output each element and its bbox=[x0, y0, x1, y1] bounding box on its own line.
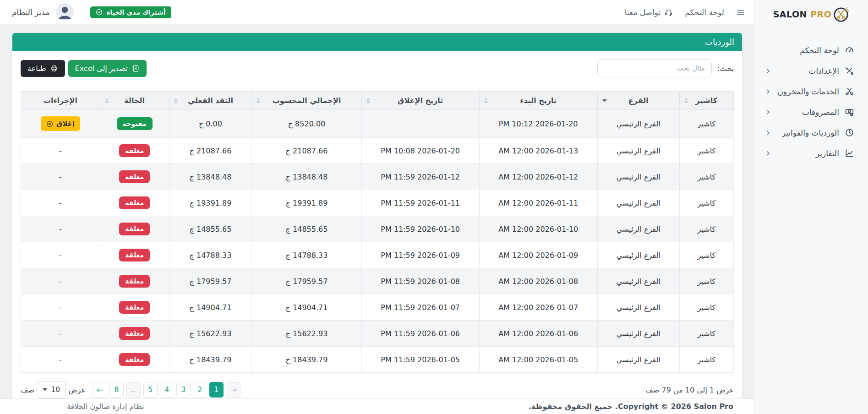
cell-close_date: 2026-01-11 11:59 PM bbox=[361, 190, 479, 216]
column-header-close_date[interactable]: تاريخ الإغلاق bbox=[361, 92, 479, 110]
status-badge: مغلقة bbox=[119, 223, 150, 235]
column-header-label: تاريخ البدء bbox=[520, 96, 557, 105]
table-controls: بحث: تصدير إلى Excel bbox=[21, 59, 734, 77]
status-badge: مغلقة bbox=[119, 301, 150, 314]
page-content: الورديات بحث: bbox=[0, 25, 754, 398]
cell-status: مغلقة bbox=[100, 268, 169, 294]
page-button-4[interactable]: 4 bbox=[160, 382, 174, 398]
close-shift-button[interactable]: إغلاق bbox=[41, 116, 80, 131]
nav-link-dashboard[interactable]: لوحة التحكم bbox=[685, 8, 724, 17]
cell-status: مغلقة bbox=[100, 294, 169, 321]
column-header-cashier[interactable]: كاشير bbox=[679, 92, 733, 110]
sort-icon bbox=[257, 98, 260, 104]
cell-actions: - bbox=[21, 321, 100, 347]
column-header-status[interactable]: الحالة bbox=[100, 92, 169, 110]
cell-branch: الفرع الرئيسي bbox=[597, 294, 679, 321]
hamburger-menu-icon[interactable] bbox=[736, 8, 745, 17]
cell-computed_total: 15622.93 ج bbox=[252, 321, 362, 347]
sidebar-item-services-inventory[interactable]: الخدمات والمخزون bbox=[765, 82, 854, 100]
cell-status: مغلقة bbox=[100, 190, 169, 216]
status-badge: مغلقة bbox=[119, 144, 150, 157]
table-row: كاشيرالفرع الرئيسي2026-01-07 12:00 AM202… bbox=[21, 294, 734, 321]
sidebar-item-label: التقارير bbox=[816, 149, 839, 158]
page-button-3[interactable]: 3 bbox=[176, 382, 191, 398]
sidebar-item-shifts-invoices[interactable]: الورديات والفواتير bbox=[765, 124, 854, 142]
cell-computed_total: 13848.48 ج bbox=[252, 164, 362, 190]
page-button-5[interactable]: 5 bbox=[143, 382, 158, 398]
cell-start_date: 2026-01-12 12:00 AM bbox=[479, 164, 597, 190]
cell-actual_cash: 15622.93 ج bbox=[169, 321, 251, 347]
page-button-2[interactable]: 2 bbox=[193, 382, 207, 398]
next-page-button[interactable]: ← bbox=[93, 382, 107, 398]
print-button[interactable]: طباعة bbox=[21, 60, 65, 77]
column-header-label: الفرع bbox=[628, 96, 649, 105]
cell-close_date: 2026-01-06 11:59 PM bbox=[361, 321, 479, 347]
cell-close_date: 2026-01-20 10:08 PM bbox=[361, 138, 479, 164]
cell-cashier: كاشير bbox=[679, 164, 733, 190]
cell-actions: - bbox=[21, 347, 100, 373]
cell-start_date: 2026-01-07 12:00 AM bbox=[479, 294, 597, 321]
shifts-table-body: كاشيرالفرع الرئيسي2026-01-20 10:12 PM852… bbox=[21, 110, 734, 373]
cell-close_date: 2026-01-10 11:59 PM bbox=[361, 216, 479, 242]
cell-cashier: كاشير bbox=[679, 190, 733, 216]
status-badge: مغلقة bbox=[119, 249, 150, 261]
cell-cashier: كاشير bbox=[679, 347, 733, 373]
cell-start_date: 2026-01-13 12:00 AM bbox=[479, 138, 597, 164]
sidebar-item-dashboard[interactable]: لوحة التحكم bbox=[765, 41, 854, 59]
sidebar-item-label: المصروفات bbox=[802, 108, 839, 117]
page-button-8[interactable]: 8 bbox=[109, 382, 124, 398]
app-layout: SALON PRO لوحة التحكم الإعدادات bbox=[0, 0, 868, 414]
column-header-computed_total[interactable]: الإجمالي المحسوب bbox=[252, 92, 362, 110]
caret-down-icon bbox=[43, 388, 47, 391]
close-circle-icon bbox=[46, 120, 53, 127]
cell-start_date: 2026-01-09 12:00 AM bbox=[479, 242, 597, 268]
sort-icon bbox=[484, 98, 488, 104]
page-button-1[interactable]: 1 bbox=[209, 382, 224, 398]
column-header-actual_cash[interactable]: النقد الفعلي bbox=[169, 92, 251, 110]
cell-computed_total: 21087.66 ج bbox=[252, 138, 362, 164]
sidebar-item-settings[interactable]: الإعدادات bbox=[765, 62, 854, 80]
brand-name-pro: PRO bbox=[810, 9, 831, 19]
scissors-icon bbox=[845, 87, 854, 96]
cell-actions: - bbox=[21, 190, 100, 216]
cell-status: مغلقة bbox=[100, 164, 169, 190]
brand-name-salon: SALON bbox=[773, 9, 807, 19]
column-header-start_date[interactable]: تاريخ البدء bbox=[479, 92, 597, 110]
gauge-icon bbox=[845, 45, 854, 55]
brand-logo[interactable]: SALON PRO bbox=[755, 0, 868, 26]
column-header-branch[interactable]: الفرع bbox=[597, 92, 679, 110]
column-header-label: كاشير bbox=[696, 96, 718, 105]
navbar-end: أشتراك مدى الحياة مدير النظام bbox=[12, 3, 171, 21]
cell-close_date: 2026-01-07 11:59 PM bbox=[361, 294, 479, 321]
top-navbar: لوحة التحكم تواصل معنا bbox=[0, 0, 754, 25]
export-excel-button[interactable]: تصدير إلى Excel bbox=[68, 60, 147, 77]
user-avatar[interactable] bbox=[56, 3, 74, 21]
cell-computed_total: 8520.00 ج bbox=[252, 110, 362, 138]
cell-actions: - bbox=[21, 216, 100, 242]
page-size-rows-label: صف bbox=[21, 386, 34, 394]
main-area: لوحة التحكم تواصل معنا bbox=[0, 0, 754, 414]
cell-branch: الفرع الرئيسي bbox=[597, 110, 679, 138]
nav-link-contact[interactable]: تواصل معنا bbox=[625, 8, 673, 17]
status-badge: مغلقة bbox=[119, 170, 150, 183]
cell-cashier: كاشير bbox=[679, 268, 733, 294]
search-input[interactable] bbox=[597, 59, 712, 77]
sidebar-item-expenses[interactable]: المصروفات bbox=[765, 103, 854, 121]
page-size-select[interactable]: 10 bbox=[37, 381, 66, 398]
table-row: كاشيرالفرع الرئيسي2026-01-20 10:12 PM852… bbox=[21, 110, 734, 138]
sidebar-item-reports[interactable]: التقارير bbox=[765, 144, 854, 162]
headset-icon bbox=[664, 8, 673, 16]
column-header-label: الإجمالي المحسوب bbox=[273, 96, 341, 105]
close-shift-label: إغلاق bbox=[56, 120, 75, 128]
cash-icon bbox=[845, 107, 854, 117]
cell-branch: الفرع الرئيسي bbox=[597, 190, 679, 216]
chevron-icon bbox=[765, 88, 771, 95]
cell-cashier: كاشير bbox=[679, 216, 733, 242]
cell-actual_cash: 13848.48 ج bbox=[169, 164, 251, 190]
sort-icon bbox=[105, 98, 109, 104]
column-header-label: الحالة bbox=[124, 96, 145, 105]
nav-link-dashboard-label: لوحة التحكم bbox=[685, 8, 724, 17]
cell-status: مغلقة bbox=[100, 216, 169, 242]
page-title: الورديات bbox=[12, 33, 742, 51]
subscription-badge: أشتراك مدى الحياة bbox=[90, 6, 171, 18]
